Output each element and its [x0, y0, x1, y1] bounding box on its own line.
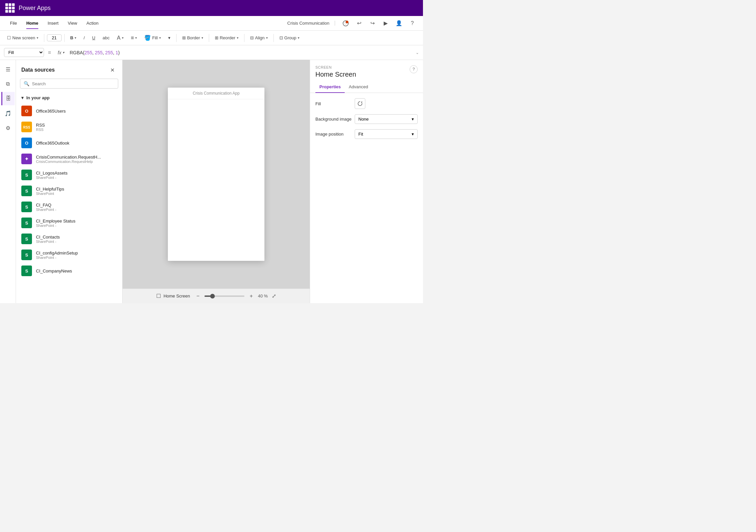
sidebar-media-icon[interactable]: 🎵	[1, 107, 15, 120]
faq-subtitle: SharePoint -	[36, 208, 117, 212]
help-icon[interactable]: ?	[407, 18, 418, 29]
group-chevron-icon: ▾	[298, 36, 299, 40]
reorder-button[interactable]: ⊞ Reorder ▾	[212, 34, 241, 42]
fullscreen-button[interactable]: ⤢	[272, 293, 276, 299]
more-options-button[interactable]: ▾	[165, 34, 174, 42]
sidebar-layers-icon[interactable]: ⧉	[1, 77, 15, 91]
zoom-in-button[interactable]: +	[247, 292, 255, 300]
menu-view[interactable]: View	[63, 17, 82, 29]
tab-advanced[interactable]: Advanced	[345, 81, 372, 93]
svg-text:O: O	[25, 141, 28, 146]
zoom-controls: − + 40 %	[194, 292, 268, 300]
equals-sign: =	[47, 50, 52, 56]
list-item[interactable]: S CI_configAdminSetup SharePoint - ···	[16, 247, 122, 263]
font-size-input[interactable]: 21	[47, 34, 62, 41]
waffle-icon[interactable]	[5, 3, 15, 13]
fx-button[interactable]: fx ▾	[55, 50, 67, 55]
play-icon[interactable]: ▶	[380, 18, 391, 29]
search-input[interactable]	[32, 81, 115, 86]
list-item[interactable]: ✦ CrisisCommunication.RequestH... Crisis…	[16, 151, 122, 167]
close-panel-button[interactable]: ✕	[108, 65, 117, 75]
undo-icon[interactable]: ↩	[354, 18, 364, 29]
canvas-content: Crisis Communication App	[123, 60, 310, 288]
divider-button[interactable]: /	[81, 34, 88, 42]
background-image-dropdown[interactable]: None ▾	[355, 114, 418, 124]
svg-text:S: S	[25, 253, 28, 258]
logos-assets-icon: S	[21, 170, 32, 180]
sidebar-settings-icon[interactable]: ⚙	[1, 121, 15, 135]
rss-info: RSS RSS	[36, 123, 117, 132]
menu-action[interactable]: Action	[82, 17, 103, 29]
list-item[interactable]: O Office365Outlook ···	[16, 135, 122, 151]
image-position-dropdown[interactable]: Fit ▾	[355, 129, 418, 139]
helpful-tips-info: CI_HelpfulTips SharePoint	[36, 187, 117, 196]
rgba-r: 255	[85, 50, 92, 55]
sidebar-data-icon[interactable]: 🗄	[1, 92, 15, 105]
menu-file[interactable]: File	[5, 17, 22, 29]
new-screen-button[interactable]: ☐ New screen ▾	[4, 34, 41, 42]
svg-text:S: S	[25, 173, 28, 178]
group-button[interactable]: ⊡ Group ▾	[276, 34, 302, 42]
list-item[interactable]: S CI_LogosAssets SharePoint - ···	[16, 167, 122, 183]
contacts-subtitle: SharePoint -	[36, 240, 117, 244]
list-item[interactable]: S CI_FAQ SharePoint - ···	[16, 199, 122, 215]
tab-properties[interactable]: Properties	[315, 81, 345, 93]
faq-icon: S	[21, 202, 32, 212]
fill-control	[355, 98, 418, 109]
toolbar-divider-6	[273, 34, 274, 42]
notifications-icon[interactable]: ♡	[340, 18, 351, 29]
config-admin-name: CI_configAdminSetup	[36, 251, 117, 256]
person-icon[interactable]: 👤	[394, 18, 404, 29]
list-item[interactable]: S CI_Contacts SharePoint - ···	[16, 231, 122, 247]
config-admin-info: CI_configAdminSetup SharePoint -	[36, 251, 117, 260]
reorder-chevron-icon: ▾	[237, 36, 238, 40]
menu-home[interactable]: Home	[22, 17, 43, 29]
fill-reset-button[interactable]	[355, 98, 365, 109]
expand-icon[interactable]: ⌄	[416, 50, 419, 55]
underline-button[interactable]: U	[89, 34, 98, 42]
svg-text:RSS: RSS	[23, 125, 30, 129]
list-item[interactable]: S CI_CompanyNews ···	[16, 263, 122, 279]
in-your-app-section[interactable]: ▾ In your app	[16, 93, 122, 103]
help-circle-button[interactable]: ?	[410, 65, 418, 73]
bold-button[interactable]: B ▾	[67, 34, 79, 42]
phone-frame[interactable]: Crisis Communication App	[168, 88, 264, 261]
crisis-name: CrisisCommunication.RequestH...	[36, 155, 117, 160]
property-selector[interactable]: Fill	[4, 48, 44, 57]
zoom-out-button[interactable]: −	[194, 292, 202, 300]
align-text-button[interactable]: ≡ ▾	[128, 33, 140, 43]
zoom-slider[interactable]	[204, 295, 244, 297]
sidebar-menu-icon[interactable]: ☰	[1, 63, 15, 76]
screen-label: SCREEN	[315, 65, 356, 69]
fill-row: Fill	[315, 98, 418, 109]
svg-text:S: S	[25, 205, 28, 210]
font-color-button[interactable]: A ▾	[114, 33, 127, 43]
app-preview-title: Crisis Communication App	[168, 88, 264, 99]
zoom-slider-thumb[interactable]	[210, 294, 215, 298]
menu-insert[interactable]: Insert	[43, 17, 63, 29]
office365users-info: Office365Users	[36, 109, 117, 114]
list-item[interactable]: S CI_HelpfulTips SharePoint ···	[16, 183, 122, 199]
collapse-icon: ▾	[21, 95, 24, 100]
fill-button[interactable]: 🪣 Fill ▾	[141, 33, 164, 43]
in-your-app-label: In your app	[26, 95, 50, 100]
data-sources-panel: Data sources ✕ 🔍 ▾ In your app O Office3…	[16, 60, 123, 303]
list-item[interactable]: RSS RSS RSS ···	[16, 119, 122, 135]
crisis-icon: ✦	[21, 154, 32, 164]
fill-chevron-icon: ▾	[159, 36, 161, 40]
company-news-info: CI_CompanyNews	[36, 268, 117, 273]
list-item[interactable]: O Office365Users ···	[16, 103, 122, 119]
screen-name-heading: Home Screen	[315, 71, 356, 78]
outlook-name: Office365Outlook	[36, 141, 117, 146]
svg-text:S: S	[25, 268, 28, 273]
rss-name: RSS	[36, 123, 117, 128]
screen-name-label: Home Screen	[164, 293, 190, 298]
strikethrough-button[interactable]: abc	[100, 34, 113, 42]
employee-status-name: CI_Employee Status	[36, 219, 117, 224]
redo-icon[interactable]: ↪	[367, 18, 378, 29]
list-item[interactable]: S CI_Employee Status SharePoint - ···	[16, 215, 122, 231]
align-button[interactable]: ⊟ Align ▾	[247, 34, 271, 42]
search-box[interactable]: 🔍	[20, 79, 118, 89]
comma-1: ,	[92, 50, 95, 55]
border-button[interactable]: ⊞ Border ▾	[179, 34, 206, 42]
